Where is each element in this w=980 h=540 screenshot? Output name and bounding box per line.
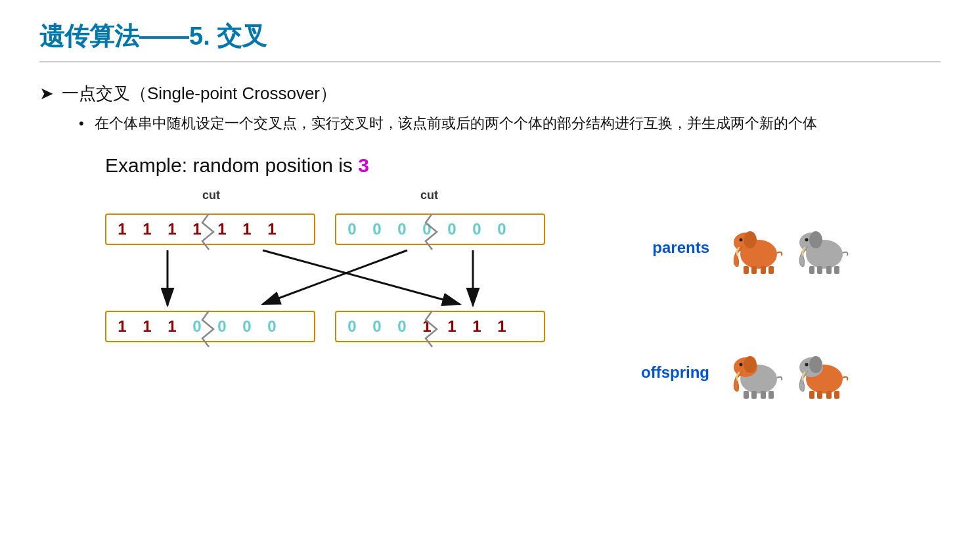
svg-rect-7 bbox=[761, 266, 766, 274]
p2-g1: 0 bbox=[343, 220, 361, 238]
o1-g7: 0 bbox=[263, 317, 281, 336]
svg-rect-30 bbox=[817, 391, 822, 399]
main-point-text: 一点交叉（Single-point Crossover） bbox=[62, 82, 337, 105]
svg-rect-32 bbox=[834, 391, 839, 399]
title-divider bbox=[39, 61, 941, 62]
cut-label-right: cut bbox=[420, 189, 438, 202]
sub-point-text: 在个体串中随机设定一个交叉点，实行交叉时，该点前或后的两个个体的部分结构进行互换… bbox=[95, 115, 817, 131]
o2-g1: 0 bbox=[343, 317, 361, 336]
bullet-main: ➤ 一点交叉（Single-point Crossover） bbox=[39, 82, 941, 105]
cut-labels-row: cut cut bbox=[105, 189, 585, 212]
cut-label-left: cut bbox=[202, 189, 220, 202]
diagram-block: 1 1 1 1 1 1 1 0 0 0 0 bbox=[105, 214, 585, 437]
o1-g2: 1 bbox=[138, 317, 156, 336]
o2-g2: 0 bbox=[368, 317, 386, 336]
o1-g5: 0 bbox=[213, 317, 231, 336]
p2-g7: 0 bbox=[493, 220, 511, 238]
page-title: 遗传算法——5. 交叉 bbox=[39, 20, 941, 53]
svg-rect-23 bbox=[761, 391, 766, 399]
svg-rect-15 bbox=[826, 266, 832, 274]
crossover-diagram: cut cut bbox=[105, 189, 585, 437]
p1-g6: 1 bbox=[238, 220, 256, 238]
svg-rect-14 bbox=[817, 266, 822, 274]
p2-g6: 0 bbox=[468, 220, 486, 238]
parents-panel-row: parents bbox=[624, 221, 854, 274]
p2-g2: 0 bbox=[368, 220, 386, 238]
p2-g3: 0 bbox=[393, 220, 411, 238]
diagram-area: cut cut bbox=[105, 189, 941, 437]
svg-rect-16 bbox=[834, 266, 839, 274]
example-section: Example: random position is 3 cut cut bbox=[105, 154, 941, 437]
svg-point-27 bbox=[809, 356, 822, 373]
example-label: Example: random position is 3 bbox=[105, 154, 941, 177]
o2-g5: 1 bbox=[443, 317, 461, 336]
svg-point-12 bbox=[805, 238, 809, 242]
offspring-label: offspring bbox=[624, 363, 709, 382]
elephant-gray-icon bbox=[795, 221, 854, 274]
o2-g6: 1 bbox=[468, 317, 486, 336]
svg-point-28 bbox=[805, 363, 809, 367]
svg-point-3 bbox=[744, 231, 757, 248]
o1-g6: 0 bbox=[238, 317, 256, 336]
o2-g4: 1 bbox=[418, 317, 436, 336]
svg-rect-22 bbox=[751, 391, 757, 399]
o2-g3: 0 bbox=[393, 317, 411, 336]
p1-g2: 1 bbox=[138, 220, 156, 238]
svg-rect-13 bbox=[809, 266, 814, 274]
svg-rect-24 bbox=[768, 391, 774, 399]
o1-g3: 1 bbox=[163, 317, 181, 336]
o1-g1: 1 bbox=[113, 317, 131, 336]
svg-point-19 bbox=[744, 356, 757, 373]
svg-rect-29 bbox=[809, 391, 814, 399]
arrow-p2-cross bbox=[263, 250, 407, 304]
o2-g7: 1 bbox=[493, 317, 511, 336]
svg-point-4 bbox=[740, 238, 743, 242]
p2-g4: 0 bbox=[418, 220, 436, 238]
bullet-arrow-icon: ➤ bbox=[39, 83, 54, 104]
p1-g1: 1 bbox=[113, 220, 131, 238]
offspring-elephants bbox=[729, 346, 854, 399]
p1-g5: 1 bbox=[213, 220, 231, 238]
offspring-row: 1 1 1 0 0 0 0 0 0 0 1 bbox=[105, 311, 545, 342]
elephant-orange-icon bbox=[729, 221, 788, 274]
offspring1-box: 1 1 1 0 0 0 0 bbox=[105, 311, 315, 342]
bullet-sub: • 在个体串中随机设定一个交叉点，实行交叉时，该点前或后的两个个体的部分结构进行… bbox=[79, 112, 941, 135]
svg-rect-31 bbox=[826, 391, 832, 399]
parents-elephants bbox=[729, 221, 854, 274]
right-panel: parents bbox=[624, 221, 854, 399]
elephant-mixed1-icon bbox=[729, 346, 788, 399]
page-container: 遗传算法——5. 交叉 ➤ 一点交叉（Single-point Crossove… bbox=[0, 0, 980, 540]
p1-g3: 1 bbox=[163, 220, 181, 238]
svg-point-20 bbox=[740, 363, 743, 367]
svg-rect-5 bbox=[744, 266, 749, 274]
parents-label: parents bbox=[624, 238, 709, 257]
svg-point-11 bbox=[809, 231, 822, 248]
svg-rect-8 bbox=[768, 266, 774, 274]
example-number: 3 bbox=[358, 154, 369, 176]
o1-g4: 0 bbox=[188, 317, 206, 336]
p2-g5: 0 bbox=[443, 220, 461, 238]
parent1-box: 1 1 1 1 1 1 1 bbox=[105, 214, 315, 245]
elephant-mixed2-icon bbox=[795, 346, 854, 399]
p1-g4: 1 bbox=[188, 220, 206, 238]
p1-g7: 1 bbox=[263, 220, 281, 238]
offspring-panel-row: offspring bbox=[624, 346, 854, 399]
arrow-p1-cross bbox=[263, 250, 460, 304]
svg-rect-21 bbox=[744, 391, 749, 399]
parents-row: 1 1 1 1 1 1 1 0 0 0 0 bbox=[105, 214, 545, 245]
example-prefix: Example: random position is bbox=[105, 154, 358, 176]
svg-rect-6 bbox=[751, 266, 757, 274]
offspring2-box: 0 0 0 1 1 1 1 bbox=[335, 311, 545, 342]
parent2-box: 0 0 0 0 0 0 0 bbox=[335, 214, 545, 245]
